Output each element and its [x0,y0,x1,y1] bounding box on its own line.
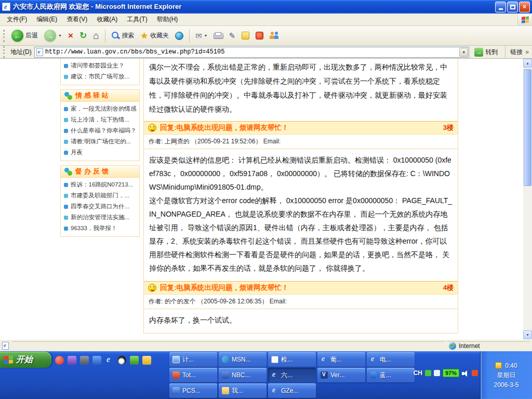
scroll-down-button[interactable]: ▼ [523,330,532,339]
contacts-button[interactable] [267,30,282,41]
taskbar-button-5[interactable]: Tot... [169,368,217,382]
links-label[interactable]: 链接 [510,48,523,57]
back-button[interactable]: ← 后退 [9,28,41,43]
media-button[interactable] [172,30,186,42]
toolbar-separator [189,29,190,43]
search-button[interactable]: 搜索 [109,30,137,42]
topic-label: 请教:明珠广场住宅的... [71,138,131,145]
sidebar-section-emotion[interactable]: 情感驿站 [60,89,140,102]
toolbar-separator [105,29,105,43]
quicklaunch-messenger-icon[interactable] [92,356,101,365]
chat-app-button[interactable] [253,30,266,41]
bluetooth-icon [370,371,377,379]
msn-icon [222,356,229,363]
addressbar-separator [505,45,506,59]
blue-app-icon [222,371,229,379]
v-app-icon [321,371,328,379]
menu-edit[interactable]: 编辑(E) [32,13,62,26]
go-button[interactable]: → 转到 [472,47,500,58]
forum-sidebar: 请问带都荟园业主？ 建议：市民广场可放... 情感驿站 家，一段无法割舍的情感 … [60,59,140,237]
standard-buttons-toolbar: ← 后退 → ▼ × ↻ ⌂ 搜索 ★ 收藏夹 ✉ ▼ ✎ [0,26,532,46]
scroll-up-button[interactable]: ▲ [523,59,532,68]
sidebar-topic-link[interactable]: 请教:明珠广场住宅的... [61,136,139,147]
tray-app2-icon[interactable] [472,370,478,376]
tray-app-icon[interactable] [434,370,440,376]
sidebar-topic-link[interactable]: 96333，我举报！ [61,223,139,234]
taskbar-button-2[interactable]: 检... [268,352,316,367]
forward-button[interactable]: → ▼ [42,28,64,43]
floor-badge: 4楼 [443,283,454,292]
taskbar-button-0[interactable]: 计... [169,352,217,367]
taskbar-button-1[interactable]: MSN... [219,352,267,367]
quicklaunch-qq-icon[interactable] [117,356,126,365]
sidebar-topic-link[interactable]: 家，一段无法割舍的情感 [61,103,139,114]
taskbar-button-10[interactable]: PCS... [169,383,217,398]
close-button[interactable]: × [519,2,530,12]
taskbar-button-6[interactable]: NBC... [219,368,267,382]
vertical-scrollbar[interactable]: ▲ ▼ [523,59,532,339]
addressbar-grip[interactable] [3,46,6,58]
menu-file[interactable]: 文件(F) [2,13,32,26]
refresh-button[interactable]: ↻ [77,30,89,42]
favorites-label: 收藏夹 [150,31,169,40]
sidebar-topic-link[interactable]: 坛上冷清，坛下热情... [61,114,139,125]
quicklaunch-app-icon[interactable] [68,356,76,365]
sidebar-section-feedback[interactable]: 督办反馈 [60,165,140,178]
input-language-indicator[interactable]: CH [414,369,422,377]
home-button[interactable]: ⌂ [90,29,101,42]
topic-label: 月夜 [71,149,83,156]
start-button[interactable]: 开始 [0,352,51,368]
windows-flag-icon [522,16,529,23]
smiley-icon [148,124,156,132]
menu-help[interactable]: 帮助(H) [152,13,183,26]
print-button[interactable] [211,31,225,41]
quicklaunch-media-icon[interactable] [80,356,89,365]
author-line: 作者: 的个的发个 （2005-09-26 12:06:35） Email: [144,295,458,309]
red-app-icon [172,371,180,379]
page-favicon [36,48,43,56]
sidebar-topic-link[interactable]: 建议：市民广场可放... [61,71,139,82]
sidebar-topic-link[interactable]: 四季春交叉路口为什... [61,201,139,212]
tray-antivirus-icon[interactable] [425,370,431,376]
volume-icon[interactable] [462,370,469,377]
menu-view[interactable]: 查看(V) [62,13,92,26]
sidebar-topic-link[interactable]: 什么是幸福？你幸福吗？ [61,125,139,136]
security-zone-panel: Internet [447,341,530,350]
battery-indicator[interactable]: 97% [443,369,459,377]
quicklaunch-player-icon[interactable] [130,356,139,365]
messenger-button[interactable] [239,30,252,41]
taskbar-button-active[interactable]: 六... [268,368,316,382]
favorites-button[interactable]: ★ 收藏夹 [138,30,171,42]
edit-button[interactable]: ✎ [226,30,238,41]
quicklaunch-phone-app-icon[interactable] [55,356,64,365]
minimize-button[interactable] [495,2,506,12]
address-dropdown-button[interactable]: ▼ [459,48,468,57]
sidebar-topic-link[interactable]: 市建委及职能部门，... [61,190,139,201]
topic-label: 投诉：16路皖N07213... [71,181,133,189]
taskbar-button-11[interactable]: 我... [219,383,267,398]
quicklaunch-notes-icon[interactable] [142,356,151,365]
taskbar-button-4[interactable]: 电... [367,352,415,367]
menu-favorites[interactable]: 收藏(A) [92,13,122,26]
clock-area[interactable]: 0:40 星期日 2006-3-5 [480,351,532,399]
taskbar-button-3[interactable]: 葡... [317,352,365,367]
address-input[interactable] [45,48,458,56]
quicklaunch-ie-icon[interactable] [105,356,114,365]
sidebar-topic-link[interactable]: 月夜 [61,147,139,158]
scrollbar-thumb[interactable] [524,69,531,186]
mail-button[interactable]: ✉ ▼ [193,30,210,41]
sidebar-topic-link[interactable]: 请问带都荟园业主？ [61,60,139,71]
taskbar-button-9[interactable]: 蓝... [367,368,415,382]
taskbar-button-12[interactable]: GZe... [268,383,316,398]
sidebar-topic-link[interactable]: 投诉：16路皖N07213... [61,179,139,190]
stop-button[interactable]: × [65,30,76,42]
toolbar-grip[interactable] [3,30,6,42]
taskbar-button-8[interactable]: Ver... [317,368,365,382]
mail-dropdown-icon[interactable]: ▼ [204,34,208,37]
menu-tools[interactable]: 工具(T) [122,13,152,26]
links-chevron-icon[interactable]: » [525,48,529,56]
sidebar-topic-link[interactable]: 新的治安管理法实施... [61,212,139,223]
forward-dropdown-icon[interactable]: ▼ [58,34,62,37]
maximize-button[interactable] [507,2,518,12]
clock-time: 0:40 [505,362,517,369]
